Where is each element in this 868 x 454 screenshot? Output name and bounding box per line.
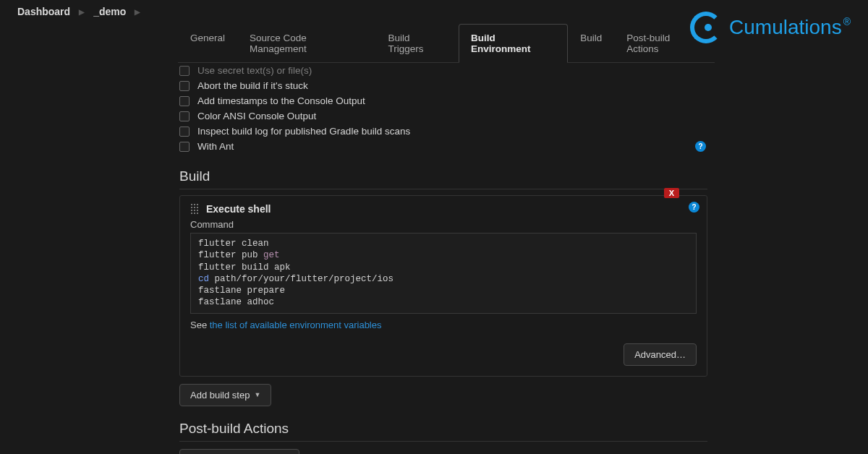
config-tabs: General Source Code Management Build Tri… [178, 23, 715, 63]
breadcrumb-dashboard[interactable]: Dashboard [17, 6, 70, 17]
caret-down-icon: ▼ [254, 391, 260, 398]
env-option-ansi: Color ANSI Console Output [179, 108, 707, 124]
command-textarea[interactable]: flutter clean flutter pub get flutter bu… [190, 233, 697, 314]
checkbox-label: Inspect build log for published Gradle b… [197, 126, 410, 137]
tab-build-triggers[interactable]: Build Triggers [376, 24, 459, 63]
command-label: Command [190, 219, 697, 230]
env-option-timestamps: Add timestamps to the Console Output [179, 93, 707, 108]
section-build-title: Build [179, 168, 707, 189]
config-panel: General Source Code Management Build Tri… [172, 23, 715, 454]
checkbox[interactable] [179, 81, 190, 91]
build-step-execute-shell: X ? Execute shell Command flutter clean … [179, 195, 707, 377]
tab-scm[interactable]: Source Code Management [237, 24, 375, 63]
env-option-abort: Abort the build if it's stuck [179, 78, 707, 93]
tab-general[interactable]: General [178, 24, 237, 63]
section-post-build-title: Post-build Actions [179, 421, 707, 442]
checkbox-label: Color ANSI Console Output [197, 111, 316, 121]
checkbox[interactable] [179, 142, 190, 152]
checkbox[interactable] [179, 66, 190, 76]
checkbox-label: With Ant [197, 141, 234, 152]
brand-logo: Cumulations® [690, 12, 851, 43]
tab-build-environment[interactable]: Build Environment [459, 24, 568, 63]
checkbox-label: Use secret text(s) or file(s) [197, 65, 312, 76]
delete-step-button[interactable]: X [664, 188, 679, 198]
chevron-right-icon: ▶ [79, 8, 85, 16]
advanced-button[interactable]: Advanced… [624, 343, 697, 366]
chevron-right-icon: ▶ [135, 8, 140, 16]
brand-trademark: ® [843, 16, 851, 27]
env-option-ant: With Ant ? [179, 139, 707, 154]
build-step-title: Execute shell [206, 203, 271, 215]
env-vars-hint: See the list of available environment va… [190, 320, 697, 330]
brand-text: Cumulations [729, 16, 842, 38]
add-post-build-action-button[interactable]: Add post-build action▼ [179, 449, 299, 455]
checkbox[interactable] [179, 111, 190, 121]
tab-build[interactable]: Build [568, 24, 614, 63]
env-option-inspect: Inspect build log for published Gradle b… [179, 124, 707, 139]
help-icon[interactable]: ? [695, 141, 706, 152]
add-build-step-button[interactable]: Add build step▼ [179, 384, 271, 406]
breadcrumb-job[interactable]: _demo [93, 6, 126, 17]
env-option-secret: Use secret text(s) or file(s) [179, 63, 707, 78]
env-vars-link[interactable]: the list of available environment variab… [210, 320, 382, 330]
cumulations-logo-icon [690, 12, 722, 43]
help-icon[interactable]: ? [689, 202, 699, 213]
drag-handle-icon[interactable] [190, 203, 199, 215]
checkbox[interactable] [179, 96, 190, 106]
checkbox-label: Abort the build if it's stuck [197, 80, 308, 91]
checkbox[interactable] [179, 127, 190, 137]
checkbox-label: Add timestamps to the Console Output [197, 95, 365, 106]
